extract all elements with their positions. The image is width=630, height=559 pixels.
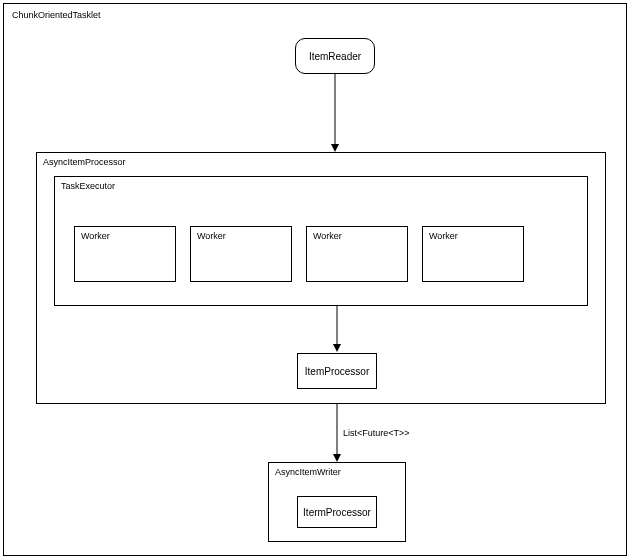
iterm-processor-label: ItermProcessor	[303, 507, 371, 518]
arrow-reader-to-async	[335, 74, 345, 154]
worker-label: Worker	[313, 231, 342, 241]
item-reader-node: ItemReader	[295, 38, 375, 74]
worker-label: Worker	[81, 231, 110, 241]
worker-node: Worker	[74, 226, 176, 282]
worker-node: Worker	[190, 226, 292, 282]
arrow-taskexec-to-itemproc	[337, 306, 347, 356]
task-executor-label: TaskExecutor	[61, 181, 115, 191]
iterm-processor-node: ItermProcessor	[297, 496, 377, 528]
item-processor-node: ItemProcessor	[297, 353, 377, 389]
worker-node: Worker	[422, 226, 524, 282]
item-reader-label: ItemReader	[309, 51, 361, 62]
item-processor-label: ItemProcessor	[305, 366, 369, 377]
async-item-writer-label: AsyncItemWriter	[275, 467, 341, 477]
worker-label: Worker	[197, 231, 226, 241]
outer-label: ChunkOrientedTasklet	[12, 10, 101, 20]
worker-node: Worker	[306, 226, 408, 282]
worker-label: Worker	[429, 231, 458, 241]
async-item-processor-label: AsyncItemProcessor	[43, 157, 126, 167]
edge-label-list-future: List<Future<T>>	[343, 428, 410, 438]
